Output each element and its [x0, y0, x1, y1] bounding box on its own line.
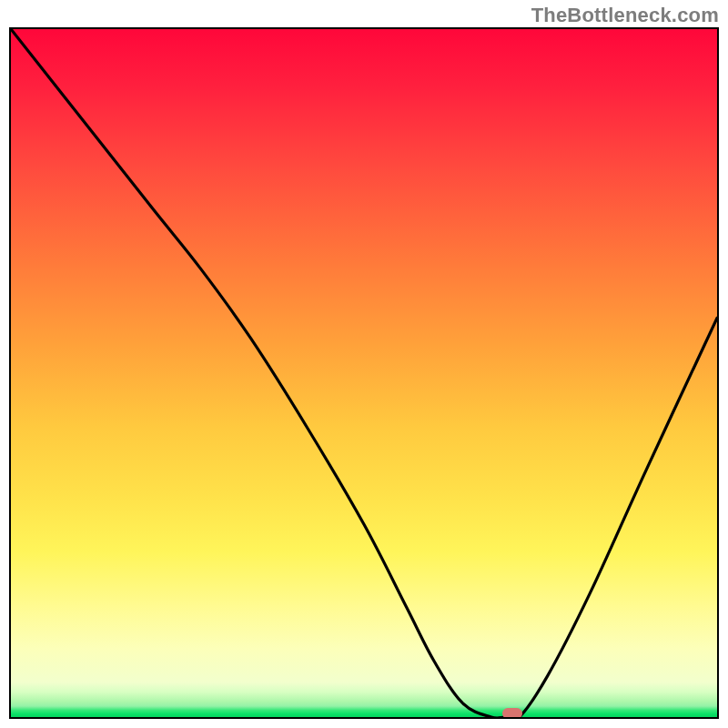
- plot-area: [9, 27, 719, 719]
- curve-svg: [11, 29, 717, 717]
- chart-root: TheBottleneck.com: [0, 0, 728, 728]
- bottleneck-curve-path: [11, 29, 717, 717]
- watermark-text: TheBottleneck.com: [531, 4, 719, 27]
